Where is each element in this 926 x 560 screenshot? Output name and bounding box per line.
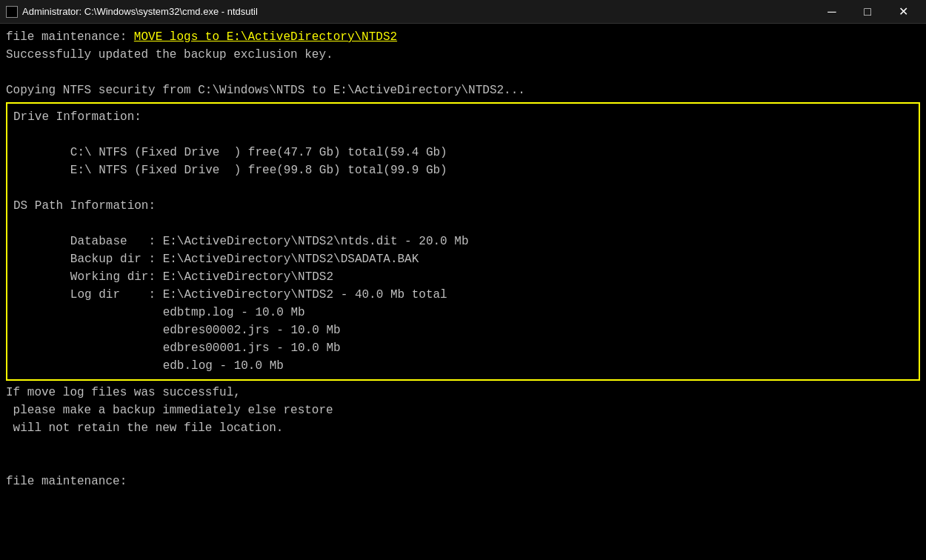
line-file-maintenance-1: file maintenance: MOVE logs to E:\Active… (6, 28, 920, 46)
window-title: Administrator: C:\Windows\system32\cmd.e… (22, 6, 258, 17)
minimize-button[interactable]: ─ (815, 0, 849, 24)
empty-line-2 (13, 126, 913, 144)
window: Administrator: C:\Windows\system32\cmd.e… (0, 0, 926, 560)
log-file-2: edbres00002.jrs - 10.0 Mb (13, 321, 913, 339)
cmd-icon (6, 6, 18, 18)
footer-line-1: If move log files was successful, (6, 384, 920, 401)
working-dir-line: Working dir: E:\ActiveDirectory\NTDS2 (13, 268, 913, 286)
title-bar-left: Administrator: C:\Windows\system32\cmd.e… (6, 6, 258, 18)
footer-line-3: will not retain the new file location. (6, 419, 920, 437)
window-controls: ─ □ ✕ (815, 0, 920, 24)
line-copying: Copying NTFS security from C:\Windows\NT… (6, 81, 920, 99)
line-backup-key: Successfully updated the backup exclusio… (6, 46, 920, 64)
empty-line-4 (13, 215, 913, 233)
empty-line-6 (6, 455, 920, 473)
empty-line-3 (13, 179, 913, 197)
file-maintenance-prefix: file maintenance: (6, 30, 134, 44)
drive-c-info: C:\ NTFS (Fixed Drive ) free(47.7 Gb) to… (13, 144, 913, 161)
ds-path-header: DS Path Information: (13, 197, 913, 215)
console-output: file maintenance: MOVE logs to E:\Active… (0, 24, 926, 560)
title-bar: Administrator: C:\Windows\system32\cmd.e… (0, 0, 926, 24)
log-dir-line: Log dir : E:\ActiveDirectory\NTDS2 - 40.… (13, 286, 913, 304)
move-logs-link: MOVE logs to E:\ActiveDirectory\NTDS2 (134, 30, 397, 44)
log-file-3: edbres00001.jrs - 10.0 Mb (13, 339, 913, 357)
log-file-1: edbtmp.log - 10.0 Mb (13, 304, 913, 321)
file-maintenance-prompt[interactable]: file maintenance: (6, 473, 920, 490)
drive-e-info: E:\ NTFS (Fixed Drive ) free(99.8 Gb) to… (13, 161, 913, 179)
empty-line-5 (6, 437, 920, 455)
drive-info-header: Drive Information: (13, 108, 913, 126)
database-line: Database : E:\ActiveDirectory\NTDS2\ntds… (13, 233, 913, 250)
log-file-4: edb.log - 10.0 Mb (13, 357, 913, 375)
close-button[interactable]: ✕ (886, 0, 920, 24)
backup-dir-line: Backup dir : E:\ActiveDirectory\NTDS2\DS… (13, 250, 913, 268)
footer-line-2: please make a backup immediately else re… (6, 401, 920, 419)
info-box: Drive Information: C:\ NTFS (Fixed Drive… (6, 102, 920, 381)
restore-button[interactable]: □ (850, 0, 885, 24)
empty-line-1 (6, 64, 920, 81)
